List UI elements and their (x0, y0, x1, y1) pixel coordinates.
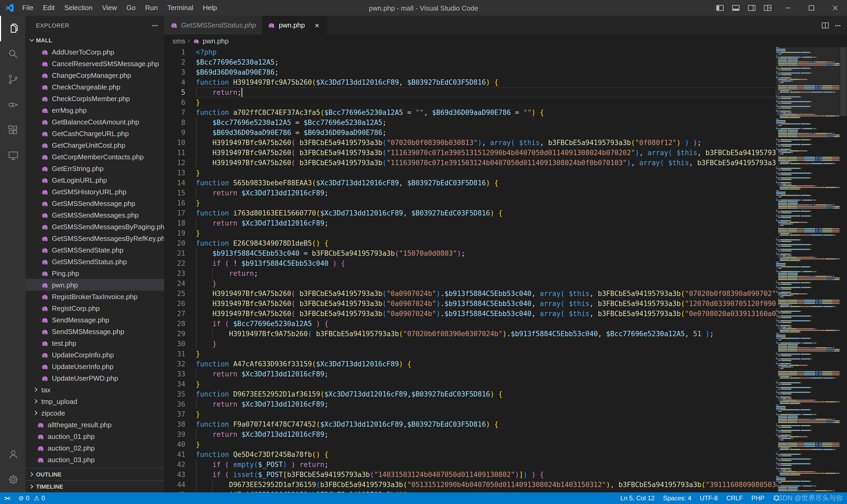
file-item[interactable]: UpdateCorpInfo.php (25, 349, 164, 361)
code-line[interactable]: D9673EE52952D1af36159(b3FBCbE5a94195793a… (196, 480, 776, 490)
line-number[interactable]: 45 (164, 490, 196, 492)
code-line[interactable]: } (196, 379, 776, 389)
code-line[interactable]: H3919497Bfc9A75b260( b3FBCbE5a94195793a3… (196, 289, 776, 299)
line-number[interactable]: 38 (164, 419, 196, 429)
line-number[interactable]: 36 (164, 399, 196, 409)
problems-indicator[interactable]: ⊘0 ⚠0 (14, 492, 49, 504)
code-line[interactable]: function Qe5D4c73Df245Ba78fb() { (196, 449, 776, 460)
line-number[interactable]: 30 (164, 339, 196, 349)
line-number[interactable]: 18 (164, 218, 196, 228)
remote-indicator[interactable]: >< (0, 492, 14, 504)
code-line[interactable]: return $Xc3Dd713dd12016cF89; (196, 399, 776, 409)
minimize-button[interactable] (776, 0, 799, 16)
tab-close-icon[interactable]: × (312, 20, 322, 30)
code-line[interactable]: } (196, 349, 776, 359)
code-line[interactable]: } (196, 409, 776, 419)
more-actions-icon[interactable]: ··· (835, 21, 841, 30)
activity-explorer[interactable] (0, 16, 25, 41)
scrollbar-thumb[interactable] (840, 47, 846, 116)
file-item[interactable]: GetSMSSendMessagesByRefKey.php (25, 232, 164, 244)
line-number[interactable]: 44 (164, 480, 196, 490)
line-number[interactable]: 2 (164, 57, 196, 67)
minimap-slider[interactable] (776, 47, 840, 116)
code-line[interactable]: return $Xc3Dd713dd12016cF89; (196, 369, 776, 379)
line-number[interactable]: 35 (164, 389, 196, 399)
file-item[interactable]: AddUserToCorp.php (25, 46, 164, 58)
line-number[interactable]: 28 (164, 319, 196, 329)
code-line[interactable]: return $Xc3Dd713dd12016cF89; (196, 218, 776, 228)
code-line[interactable]: function D9673EE52952D1af36159($Xc3Dd713… (196, 389, 776, 399)
code-line[interactable]: function H3919497Bfc9A75b260($Xc3Dd713dd… (196, 77, 776, 87)
file-item[interactable]: GetLoginURL.php (25, 174, 164, 186)
line-number[interactable]: 33 (164, 369, 196, 379)
code-line[interactable]: $b913f5884C5Ebb53c040 = b3FBCbE5a9419579… (196, 248, 776, 258)
line-number[interactable]: 22 (164, 258, 196, 268)
code-line[interactable]: H3919497Bfc9A75b260( b3FBCbE5a94195793a3… (196, 309, 776, 319)
breadcrumb-file[interactable]: pwn.php (203, 37, 229, 45)
line-number[interactable]: 27 (164, 309, 196, 319)
customize-layout-icon[interactable] (760, 0, 776, 16)
menu-go[interactable]: Go (122, 4, 141, 12)
line-number[interactable]: 15 (164, 188, 196, 198)
code-content[interactable]: <?php$Bcc77696e5230a12A5;$B69d36D09aaD90… (196, 47, 776, 492)
activity-settings[interactable] (0, 467, 25, 492)
file-item[interactable]: test.php (25, 337, 164, 349)
file-item[interactable]: UpdateUserPWD.php (25, 372, 164, 384)
code-line[interactable]: $Bcc77696e5230a12A5; (196, 57, 776, 67)
code-line[interactable]: <?php (196, 47, 776, 57)
line-number[interactable]: 41 (164, 449, 196, 460)
file-item[interactable]: auction_01.php (25, 430, 164, 442)
line-number[interactable]: 32 (164, 359, 196, 369)
code-line[interactable]: function F9a070714f478C747452($Xc3Dd713d… (196, 419, 776, 429)
line-number[interactable]: 20 (164, 238, 196, 248)
vertical-scrollbar[interactable] (840, 47, 847, 492)
activity-search[interactable] (0, 41, 25, 67)
line-number[interactable]: 11 (164, 148, 196, 158)
line-number[interactable]: 26 (164, 299, 196, 309)
code-line[interactable]: } (196, 228, 776, 238)
code-line[interactable]: H3919497Bfc9A75b260( b3FBCbE5a94195793a3… (196, 158, 776, 168)
code-line[interactable]: function a702ffC8C74EF37Ac3fa5($Bcc77696… (196, 107, 776, 118)
menu-terminal[interactable]: Terminal (163, 4, 198, 12)
line-number[interactable]: 4 (164, 77, 196, 87)
file-item[interactable]: SendMessage.php (25, 314, 164, 326)
outline-section[interactable]: OUTLINE (25, 468, 164, 480)
line-number[interactable]: 42 (164, 460, 196, 470)
menu-file[interactable]: File (17, 4, 38, 12)
line-number[interactable]: 10 (164, 138, 196, 148)
status-indentation[interactable]: Spaces: 4 (659, 492, 696, 504)
code-line[interactable]: return; (196, 87, 776, 97)
tab-pwn.php[interactable]: pwn.php× (262, 16, 327, 34)
line-number[interactable]: 37 (164, 409, 196, 419)
line-number[interactable]: 12 (164, 158, 196, 168)
code-line[interactable]: A47cAf633D936f33159(b3FBCbE5a94195793a3b… (196, 490, 776, 492)
folder-item[interactable]: tax (25, 384, 164, 395)
file-item[interactable]: GetErrString.php (25, 163, 164, 174)
status-line-col[interactable]: Ln 5, Col 12 (616, 492, 659, 504)
menu-run[interactable]: Run (140, 4, 163, 12)
toggle-secondary-sidebar-icon[interactable] (744, 0, 760, 16)
file-item[interactable]: auction_03.php (25, 454, 164, 465)
file-item[interactable]: GetSMSSendMessage.php (25, 197, 164, 209)
menu-help[interactable]: Help (198, 4, 222, 12)
menu-selection[interactable]: Selection (59, 4, 97, 12)
status-language[interactable]: PHP (747, 492, 769, 504)
file-item[interactable]: UpdateUserInfo.php (25, 361, 164, 372)
line-number[interactable]: 13 (164, 168, 196, 178)
line-number[interactable]: 5 (164, 87, 196, 97)
line-number[interactable]: 23 (164, 268, 196, 278)
file-item[interactable]: allthegate_result.php (25, 419, 164, 430)
activity-source-control[interactable] (0, 67, 25, 92)
toggle-panel-icon[interactable] (728, 0, 744, 16)
notifications-bell-icon[interactable] (769, 492, 785, 504)
folder-item[interactable]: tmp_upload (25, 395, 164, 407)
line-number[interactable]: 29 (164, 329, 196, 339)
file-item[interactable]: GetBalanceCostAmount.php (25, 116, 164, 128)
code-line[interactable]: return $Xc3Dd713dd12016cF89; (196, 188, 776, 198)
file-item[interactable]: auction_02.php (25, 442, 164, 454)
code-line[interactable]: if ( empty($_POST) ) return; (196, 460, 776, 470)
menu-edit[interactable]: Edit (38, 4, 59, 12)
code-line[interactable]: $Bcc77696e5230a12A5 = $Bcc77696e5230a12A… (196, 118, 776, 128)
file-item[interactable]: GetCashChargeURL.php (25, 128, 164, 139)
file-item[interactable]: GetChargeUnitCost.php (25, 139, 164, 151)
